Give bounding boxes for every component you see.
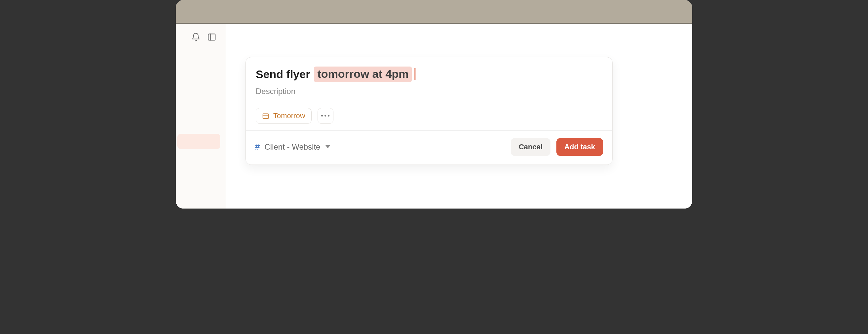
notifications-icon[interactable] — [191, 32, 200, 42]
sidebar-active-item[interactable] — [177, 134, 220, 149]
svg-rect-2 — [263, 114, 269, 119]
cancel-button[interactable]: Cancel — [511, 138, 551, 156]
due-date-chip[interactable]: Tomorrow — [256, 108, 312, 124]
calendar-icon — [262, 112, 269, 120]
main-area: Send flyer tomorrow at 4pm Description — [226, 24, 692, 209]
more-options-button[interactable] — [317, 108, 334, 124]
text-cursor — [414, 68, 415, 80]
project-selector[interactable]: # Client - Website — [255, 142, 330, 152]
svg-rect-0 — [208, 34, 215, 40]
task-title-date-token: tomorrow at 4pm — [314, 66, 412, 82]
action-buttons: Cancel Add task — [511, 138, 603, 156]
chevron-down-icon — [326, 145, 330, 148]
project-name: Client - Website — [264, 142, 320, 152]
hash-icon: # — [255, 142, 260, 152]
sidebar — [176, 24, 226, 209]
panel-toggle-icon[interactable] — [207, 32, 216, 42]
app-body: Send flyer tomorrow at 4pm Description — [176, 24, 692, 209]
app-window: Send flyer tomorrow at 4pm Description — [176, 0, 692, 209]
task-card-footer: # Client - Website Cancel Add task — [246, 131, 612, 164]
window-titlebar — [176, 0, 692, 24]
add-task-button[interactable]: Add task — [556, 138, 603, 156]
due-date-label: Tomorrow — [273, 112, 305, 120]
task-title-text: Send flyer — [256, 67, 310, 81]
task-title-input[interactable]: Send flyer tomorrow at 4pm — [256, 66, 602, 82]
task-card-body: Send flyer tomorrow at 4pm Description — [246, 57, 612, 130]
task-attributes-row: Tomorrow — [256, 108, 602, 124]
quick-add-task-card: Send flyer tomorrow at 4pm Description — [245, 57, 613, 165]
task-description-input[interactable]: Description — [256, 87, 602, 96]
